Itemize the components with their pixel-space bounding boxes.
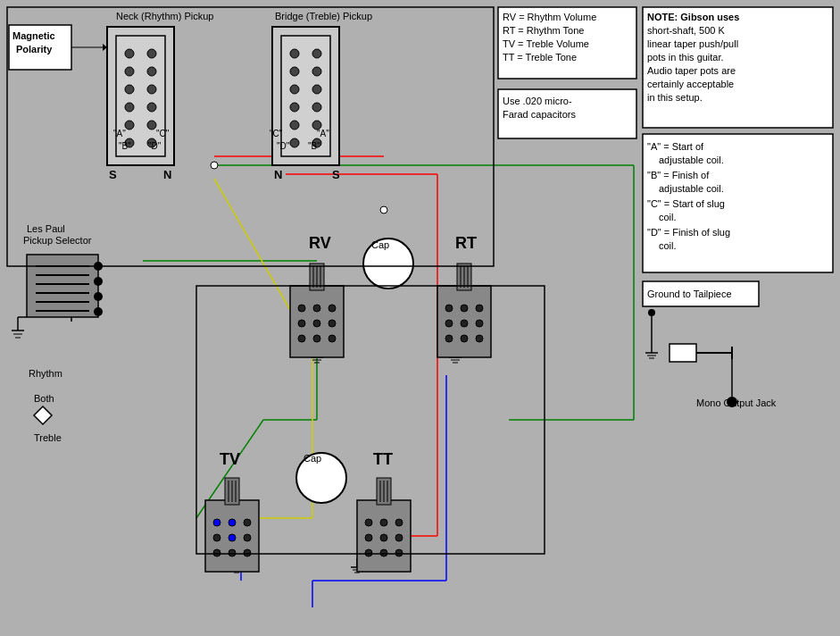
svg-point-94 (298, 305, 305, 312)
svg-point-69 (312, 85, 321, 94)
svg-point-149 (648, 309, 655, 316)
svg-point-126 (213, 534, 220, 541)
svg-point-111 (445, 320, 453, 327)
svg-text:Cap: Cap (371, 239, 389, 250)
svg-text:Magnetic: Magnetic (12, 30, 55, 41)
svg-text:"D": "D" (277, 141, 290, 151)
svg-text:Cap: Cap (304, 453, 321, 464)
svg-text:coil.: coil. (659, 212, 677, 222)
svg-text:RT = Rhythm Tone: RT = Rhythm Tone (503, 25, 584, 36)
svg-text:certainly acceptable: certainly acceptable (647, 79, 734, 89)
svg-point-109 (461, 305, 468, 312)
svg-point-96 (329, 305, 336, 312)
svg-text:"C": "C" (156, 129, 170, 138)
svg-text:Farad capacitors: Farad capacitors (503, 109, 576, 120)
svg-point-143 (365, 549, 372, 556)
svg-text:Both: Both (34, 393, 54, 404)
main-diagram: Neck (Rhythm) Pickup Bridge (Treble) Pic… (0, 0, 840, 636)
svg-rect-73 (27, 255, 98, 317)
svg-text:"D" = Finish of slug: "D" = Finish of slug (647, 227, 730, 238)
svg-point-124 (229, 519, 236, 526)
svg-point-128 (244, 534, 251, 541)
svg-point-115 (461, 335, 468, 342)
svg-point-68 (312, 67, 321, 76)
svg-point-56 (147, 103, 156, 112)
svg-point-108 (445, 305, 453, 312)
svg-point-155 (211, 162, 218, 169)
svg-point-140 (365, 534, 372, 541)
svg-text:N: N (163, 168, 171, 181)
svg-point-63 (290, 85, 299, 94)
svg-text:TV = Treble Volume: TV = Treble Volume (503, 38, 589, 49)
svg-point-127 (229, 534, 236, 541)
svg-text:short-shaft, 500 K: short-shaft, 500 K (647, 25, 725, 36)
svg-point-101 (313, 335, 320, 342)
svg-point-100 (298, 335, 305, 342)
svg-rect-150 (670, 344, 696, 362)
svg-text:"B": "B" (119, 141, 131, 151)
svg-text:adjustable coil.: adjustable coil. (659, 183, 724, 194)
svg-point-110 (476, 305, 483, 312)
svg-text:pots in this guitar.: pots in this guitar. (647, 52, 724, 63)
svg-point-142 (395, 534, 403, 541)
svg-text:in this setup.: in this setup. (647, 92, 703, 103)
svg-point-54 (147, 67, 156, 76)
svg-point-131 (244, 549, 251, 556)
svg-point-57 (147, 121, 156, 130)
svg-point-116 (476, 335, 483, 342)
svg-point-139 (395, 519, 403, 526)
svg-point-64 (290, 103, 299, 112)
svg-text:"A": "A" (113, 129, 126, 138)
svg-text:Use .020 micro-: Use .020 micro- (503, 96, 572, 106)
svg-text:adjustable coil.: adjustable coil. (659, 155, 724, 165)
svg-text:RT: RT (455, 234, 477, 252)
svg-text:"B" = Finish of: "B" = Finish of (647, 170, 710, 180)
svg-text:"A" = Start of: "A" = Start of (647, 141, 704, 152)
svg-point-67 (312, 49, 321, 58)
svg-text:Neck (Rhythm) Pickup: Neck (Rhythm) Pickup (116, 11, 213, 21)
svg-point-62 (290, 67, 299, 76)
svg-point-102 (329, 335, 336, 342)
svg-point-137 (365, 519, 372, 526)
svg-point-138 (380, 519, 387, 526)
svg-point-99 (329, 320, 336, 327)
svg-text:"C" = Start of slug: "C" = Start of slug (647, 198, 725, 209)
svg-text:RV: RV (309, 234, 331, 252)
svg-point-145 (395, 549, 403, 556)
svg-text:TT = Treble Tone: TT = Treble Tone (503, 52, 577, 63)
svg-point-129 (213, 549, 220, 556)
svg-text:"B": "B" (308, 141, 320, 151)
svg-point-130 (229, 549, 236, 556)
svg-point-141 (380, 534, 387, 541)
svg-point-48 (125, 67, 134, 76)
svg-point-97 (298, 320, 305, 327)
svg-text:Audio taper pots are: Audio taper pots are (647, 65, 736, 76)
svg-text:S: S (109, 168, 117, 181)
svg-text:Ground to Tailpiece: Ground to Tailpiece (647, 289, 732, 299)
svg-text:Rhythm: Rhythm (29, 368, 62, 379)
svg-point-49 (125, 85, 134, 94)
svg-point-112 (461, 320, 468, 327)
svg-point-81 (94, 277, 103, 286)
svg-point-61 (290, 49, 299, 58)
svg-point-95 (313, 305, 320, 312)
svg-point-83 (94, 307, 103, 316)
svg-point-47 (125, 49, 134, 58)
svg-point-53 (147, 49, 156, 58)
svg-text:Polarity: Polarity (16, 44, 53, 54)
svg-text:Treble: Treble (34, 432, 62, 443)
svg-point-125 (244, 519, 251, 526)
svg-point-66 (290, 138, 299, 147)
svg-point-82 (94, 292, 103, 301)
svg-point-114 (445, 335, 453, 342)
svg-text:NOTE:  Gibson uses: NOTE: Gibson uses (647, 12, 739, 22)
svg-point-113 (476, 320, 483, 327)
svg-point-156 (380, 206, 387, 213)
svg-point-70 (312, 103, 321, 112)
svg-text:TV: TV (220, 450, 240, 468)
svg-point-123 (213, 519, 220, 526)
svg-text:Les Paul: Les Paul (27, 223, 65, 234)
svg-point-144 (380, 549, 387, 556)
svg-text:TT: TT (373, 450, 393, 468)
svg-point-98 (313, 320, 320, 327)
